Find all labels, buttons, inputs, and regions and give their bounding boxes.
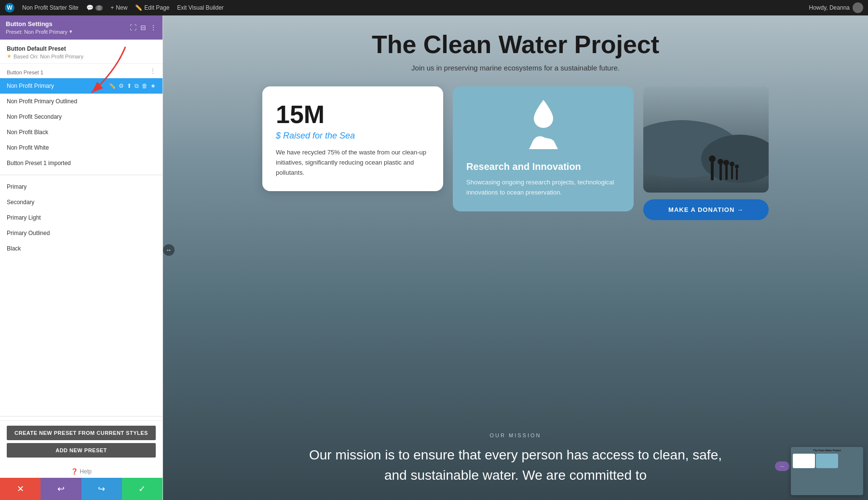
thumbnail-preview: The Clean Water Project (791, 447, 863, 495)
help-label: Help (80, 468, 92, 475)
settings-icon[interactable]: ⚙ (119, 83, 124, 89)
cancel-button[interactable]: ✕ (0, 478, 41, 500)
panel-title: Button Settings (6, 20, 72, 28)
default-preset-section: Button Default Preset ★ Based On: Non Pr… (0, 40, 163, 64)
panel-help[interactable]: ❓ Help (0, 465, 163, 478)
admin-bar-comments[interactable]: 💬 0 (86, 4, 103, 11)
svg-rect-8 (725, 165, 728, 180)
water-drop-icon (466, 100, 620, 153)
card-research-title: Research and Innovation (466, 160, 620, 173)
svg-rect-12 (736, 168, 738, 180)
preset-item-non-profit-primary-outlined[interactable]: Non Profit Primary Outlined (0, 94, 163, 109)
page-title: The Clean Water Project (372, 30, 659, 59)
admin-bar-site[interactable]: Non Profit Starter Site (22, 4, 79, 11)
mission-section: OUR MISSION Our mission is to ensure tha… (163, 418, 868, 500)
user-avatar (853, 2, 863, 13)
card-research-body: Showcasing ongoing research projects, te… (466, 178, 620, 198)
header-icons: ⛶ ⊟ ⋮ (130, 24, 157, 31)
help-icon: ❓ (71, 468, 78, 475)
svg-rect-4 (711, 161, 714, 181)
preset-item-button-preset-1-imported[interactable]: Button Preset 1 imported (0, 155, 163, 171)
card-raised-label: $ Raised for the Sea (276, 131, 430, 141)
preset-item-secondary[interactable]: Secondary (0, 194, 163, 210)
card-research: Research and Innovation Showcasing ongoi… (453, 86, 634, 211)
wp-logo-icon[interactable]: W (5, 3, 14, 13)
admin-bar-howdy: Howdy, Deanna (809, 2, 864, 13)
split-view-icon[interactable]: ⊟ (140, 24, 146, 31)
svg-point-5 (709, 155, 716, 162)
donate-button[interactable]: MAKE A DONATION → (643, 199, 769, 220)
save-icon: ✓ (138, 484, 146, 494)
card-image (643, 86, 769, 193)
star-active-icon[interactable]: ★ (150, 83, 156, 89)
svg-point-7 (718, 159, 723, 165)
panel-buttons-divider (0, 416, 163, 417)
save-button[interactable]: ✓ (122, 478, 163, 500)
chevron-down-icon: ▾ (69, 28, 72, 35)
cancel-icon: ✕ (17, 484, 24, 494)
preset-item-non-profit-secondary[interactable]: Non Profit Secondary (0, 109, 163, 125)
undo-icon: ↩ (57, 484, 65, 494)
panel-header: Button Settings Preset: Non Profit Prima… (0, 15, 163, 40)
redo-button[interactable]: ↪ (81, 478, 122, 500)
admin-bar-exit-builder[interactable]: Exit Visual Builder (177, 4, 224, 11)
preset-item-primary-light[interactable]: Primary Light (0, 210, 163, 225)
add-new-preset-button[interactable]: ADD NEW PRESET (7, 443, 156, 458)
admin-bar-edit-page[interactable]: ✏️ Edit Page (135, 4, 169, 11)
chat-bubble[interactable]: ··· (775, 461, 789, 471)
page-subtitle: Join us in preserving marine ecosystems … (411, 64, 620, 72)
preset-list-divider (0, 175, 163, 175)
preset-group-header: Button Preset 1 ⋮ (0, 64, 163, 78)
more-options-icon[interactable]: ⋮ (150, 24, 157, 31)
duplicate-icon[interactable]: ⧉ (135, 83, 139, 89)
preset-list: Non Profit Primary ✏️ ⚙ ⬆ ⧉ 🗑 ★ Non Prof… (0, 78, 163, 412)
preset-item-primary[interactable]: Primary (0, 179, 163, 194)
canvas-area: The Clean Water Project Join us in prese… (163, 15, 868, 500)
card-image-area: MAKE A DONATION → (643, 86, 769, 220)
preset-item-non-profit-black[interactable]: Non Profit Black (0, 125, 163, 140)
card-stats: 15M $ Raised for the Sea We have recycle… (262, 86, 443, 191)
wp-admin-bar: W Non Profit Starter Site 💬 0 + New ✏️ E… (0, 0, 868, 15)
svg-point-9 (723, 160, 729, 166)
cards-row: 15M $ Raised for the Sea We have recycle… (262, 86, 769, 220)
preset-item-black[interactable]: Black (0, 241, 163, 256)
site-name-label: Non Profit Starter Site (22, 4, 79, 11)
panel-footer: ✕ ↩ ↪ ✓ (0, 478, 163, 500)
preset-item-non-profit-primary[interactable]: Non Profit Primary ✏️ ⚙ ⬆ ⧉ 🗑 ★ (0, 78, 163, 94)
card-body-text: We have recycled 75% of the waste from o… (276, 148, 430, 178)
delete-icon[interactable]: 🗑 (142, 83, 148, 89)
preset-item-primary-outlined[interactable]: Primary Outlined (0, 225, 163, 241)
create-new-preset-button[interactable]: CREATE NEW PRESET FROM CURRENT STYLES (7, 426, 156, 440)
panel-preset-label[interactable]: Preset: Non Profit Primary ▾ (6, 28, 72, 35)
preset-group-label: Button Preset 1 (7, 69, 43, 75)
preset-item-non-profit-white[interactable]: Non Profit White (0, 140, 163, 155)
comment-count: 0 (95, 5, 103, 11)
card-stat-number: 15M (276, 100, 430, 129)
preset-item-label: Non Profit Primary (7, 83, 108, 89)
preset-group-more[interactable]: ⋮ (150, 68, 156, 74)
export-icon[interactable]: ⬆ (127, 83, 132, 89)
undo-button[interactable]: ↩ (41, 478, 81, 500)
admin-bar-new[interactable]: + New (110, 4, 127, 11)
button-settings-panel: Button Settings Preset: Non Profit Prima… (0, 15, 163, 500)
edit-icon[interactable]: ✏️ (108, 83, 116, 89)
mission-text: Our mission is to ensure that every pers… (298, 445, 732, 486)
mission-label: OUR MISSION (182, 432, 849, 438)
svg-rect-10 (731, 166, 733, 180)
svg-point-11 (730, 162, 734, 167)
default-preset-title: Button Default Preset (7, 45, 156, 52)
svg-rect-6 (719, 164, 722, 181)
fullscreen-icon[interactable]: ⛶ (130, 24, 136, 31)
resize-handle[interactable]: ↔ (163, 244, 175, 256)
svg-point-13 (735, 165, 739, 168)
preset-item-actions: ✏️ ⚙ ⬆ ⧉ 🗑 ★ (108, 83, 156, 89)
redo-icon: ↪ (98, 484, 105, 494)
star-icon: ★ (7, 53, 12, 59)
default-preset-sub: ★ Based On: Non Profit Primary (7, 53, 156, 59)
panel-buttons: CREATE NEW PRESET FROM CURRENT STYLES AD… (0, 420, 163, 465)
